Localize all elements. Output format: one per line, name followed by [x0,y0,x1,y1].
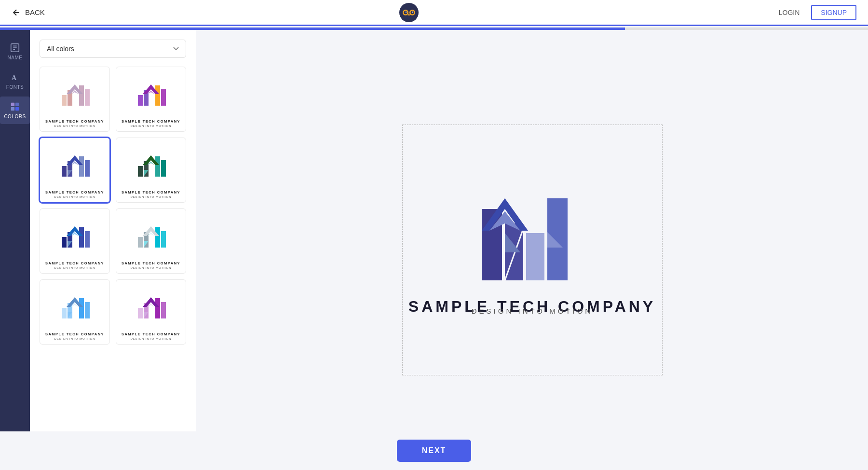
logo-card-3[interactable]: SAMPLE TECH COMPANY DESIGN INTO MOTIION [40,138,110,203]
progress-bar [0,28,868,30]
svg-rect-10 [11,103,14,106]
svg-text:A: A [12,74,17,82]
sidebar-fonts-label: FONTS [6,84,24,90]
svg-rect-43 [85,231,90,248]
svg-rect-12 [11,107,14,111]
logo-card-2-img [120,73,182,116]
svg-rect-47 [138,237,143,248]
svg-rect-29 [85,160,90,177]
svg-rect-50 [161,231,166,248]
svg-rect-26 [62,166,67,177]
logo-card-8-tagline: DESIGN INTO MOTIION [130,337,171,340]
logo-card-4-img [120,144,182,187]
sidebar-name-label: NAME [8,55,23,60]
logo-variant-2-icon [134,81,168,109]
svg-rect-20 [138,95,143,106]
svg-rect-42 [79,227,84,248]
logo-card-7-name: SAMPLE TECH COMPANY [45,332,104,336]
logo-variant-1-icon [58,81,92,109]
svg-point-4 [410,11,414,14]
fonts-icon: A [10,72,20,83]
logo-card-5[interactable]: SAMPLE TECH COMPANY DESIGN INTO MOTIION [40,208,110,274]
logo-grid: SAMPLE TECH COMPANY DESIGN INTO MOTIION … [40,67,186,345]
logo-card-1-tagline: DESIGN INTO MOTIION [54,124,95,127]
progress-fill [0,28,625,30]
nav-actions: LOGIN SIGNUP [773,5,856,20]
svg-rect-28 [79,156,84,177]
bottom-bar: NEXT [0,431,868,470]
back-icon [12,8,21,17]
svg-point-6 [412,11,413,12]
logo-card-7[interactable]: SAMPLE TECH COMPANY DESIGN INTO MOTIION [40,279,110,345]
colors-icon [10,101,20,112]
sidebar-colors-label: COLORS [4,114,26,119]
svg-rect-71 [526,233,544,280]
logo-card-1-img [44,73,106,116]
logo-card-5-name: SAMPLE TECH COMPANY [45,261,104,265]
login-button[interactable]: LOGIN [773,6,806,19]
logo-card-2-tagline: DESIGN INTO MOTIION [130,124,171,127]
svg-rect-61 [138,308,143,318]
back-label: BACK [25,8,45,16]
svg-rect-54 [62,308,67,318]
logo-card-4-name: SAMPLE TECH COMPANY [122,190,180,194]
svg-rect-33 [138,166,143,177]
main-preview: SAMPLE TECH COMPANY DESIGN INTO MOTION [196,30,868,470]
svg-rect-56 [79,298,84,318]
signup-button[interactable]: SIGNUP [811,5,856,20]
preview-content: SAMPLE TECH COMPANY DESIGN INTO MOTION [402,124,663,375]
sidebar-item-fonts[interactable]: A FONTS [0,67,30,95]
logo-card-6-tagline: DESIGN INTO MOTIION [130,266,171,269]
svg-rect-49 [155,227,160,248]
logo-card-3-img [44,144,106,187]
name-icon [10,42,20,53]
svg-rect-57 [85,302,90,318]
logo-card-4-tagline: DESIGN INTO MOTIION [130,195,171,198]
back-button[interactable]: BACK [12,8,45,17]
logo-card-5-img [44,215,106,258]
sidebar-item-colors[interactable]: COLORS [0,97,30,124]
logo-card-6-img [120,215,182,258]
logo-variant-6-icon [134,222,168,250]
svg-rect-23 [161,89,166,106]
color-filter-select[interactable]: All colors Blue Purple Green Red Monochr… [40,40,186,58]
logo-card-6-name: SAMPLE TECH COMPANY [122,261,180,265]
logo-variant-8-icon [134,293,168,321]
logo-card-2-name: SAMPLE TECH COMPANY [122,119,180,124]
logo-variant-3-icon [58,152,92,180]
logo-card-3-name: SAMPLE TECH COMPANY [45,190,104,194]
svg-rect-22 [155,85,160,106]
svg-rect-14 [62,95,67,106]
svg-rect-63 [155,298,160,318]
top-nav: BACK LOGIN SIGNUP [0,0,868,26]
logo-card-2[interactable]: SAMPLE TECH COMPANY DESIGN INTO MOTIION [116,67,186,132]
svg-point-3 [404,11,407,14]
logo-card-4[interactable]: SAMPLE TECH COMPANY DESIGN INTO MOTIION [116,138,186,203]
svg-point-5 [406,11,407,12]
svg-rect-40 [62,237,67,248]
preview-canvas: SAMPLE TECH COMPANY DESIGN INTO MOTION [393,115,672,385]
svg-rect-16 [79,85,84,106]
svg-rect-36 [161,160,166,177]
sidebar: NAME A FONTS COLORS [0,30,30,470]
logo-variant-5-icon [58,222,92,250]
logo-card-8[interactable]: SAMPLE TECH COMPANY DESIGN INTO MOTIION [116,279,186,345]
left-panel: All colors Blue Purple Green Red Monochr… [30,30,196,470]
logo-card-1-name: SAMPLE TECH COMPANY [45,119,104,124]
logo-card-6[interactable]: SAMPLE TECH COMPANY DESIGN INTO MOTIION [116,208,186,274]
logo-variant-4-icon [134,152,168,180]
logo-card-8-img [120,286,182,329]
logo-card-8-name: SAMPLE TECH COMPANY [122,332,180,336]
sidebar-item-name[interactable]: NAME [0,38,30,65]
filter-row: All colors Blue Purple Green Red Monochr… [40,40,186,58]
svg-rect-11 [15,103,19,106]
logo-card-7-img [44,286,106,329]
svg-rect-64 [161,302,166,318]
svg-rect-35 [155,156,160,177]
logo-card-1[interactable]: SAMPLE TECH COMPANY DESIGN INTO MOTIION [40,67,110,132]
logo-card-5-tagline: DESIGN INTO MOTIION [54,266,95,269]
preview-logo-mark [477,185,588,281]
svg-point-0 [399,3,419,22]
next-button[interactable]: NEXT [397,440,472,462]
logo-card-7-tagline: DESIGN INTO MOTIION [54,337,95,340]
